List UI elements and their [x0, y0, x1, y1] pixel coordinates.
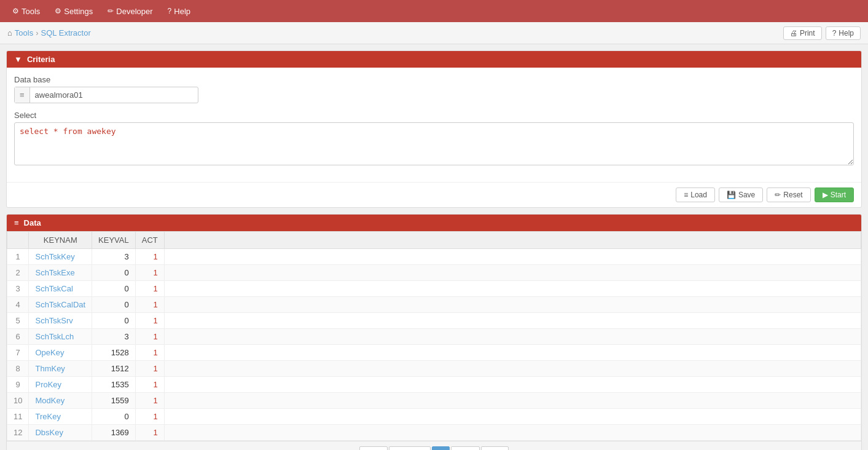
- row-act: 1: [135, 409, 164, 425]
- reset-button[interactable]: ✏ Reset: [767, 188, 810, 202]
- row-keyval: 1559: [92, 393, 136, 409]
- next-page-button[interactable]: Next: [451, 446, 480, 450]
- data-table-container[interactable]: KEYNAM KEYVAL ACT 1 SchTskKey 3 1 2 SchT…: [7, 231, 861, 441]
- print-button[interactable]: 🖨 Print: [783, 26, 822, 40]
- row-keyval: 3: [92, 249, 136, 265]
- nav-developer[interactable]: ✏ Developer: [101, 4, 158, 18]
- database-label: Data base: [14, 75, 854, 84]
- table-row: 10 ModKey 1559 1: [7, 393, 861, 409]
- current-page-button[interactable]: 1: [432, 446, 450, 450]
- data-table: KEYNAM KEYVAL ACT 1 SchTskKey 3 1 2 SchT…: [7, 231, 861, 441]
- table-row: 12 DbsKey 1369 1: [7, 425, 861, 441]
- row-num: 3: [7, 281, 29, 297]
- row-keyval: 0: [92, 297, 136, 313]
- row-empty: [164, 281, 861, 297]
- row-num: 8: [7, 361, 29, 377]
- row-act: 1: [135, 265, 164, 281]
- col-keynam: KEYNAM: [29, 232, 92, 249]
- database-icon: ≡: [15, 87, 30, 103]
- row-empty: [164, 345, 861, 361]
- table-row: 11 TreKey 0 1: [7, 409, 861, 425]
- row-num: 4: [7, 297, 29, 313]
- table-row: 1 SchTskKey 3 1: [7, 249, 861, 265]
- row-empty: [164, 361, 861, 377]
- row-empty: [164, 425, 861, 441]
- load-button[interactable]: ≡ Load: [676, 188, 715, 202]
- breadcrumb-separator: ›: [36, 28, 38, 38]
- table-row: 7 OpeKey 1528 1: [7, 345, 861, 361]
- database-field-group: Data base ≡ awealmora01: [14, 75, 854, 103]
- row-keyval: 1369: [92, 425, 136, 441]
- data-panel: ≡ Data KEYNAM KEYVAL ACT 1 SchTskKey 3: [6, 214, 862, 450]
- tools-icon: ⚙: [12, 7, 19, 15]
- row-keynam: SchTskLch: [29, 329, 92, 345]
- criteria-panel: ▼ Criteria Data base ≡ awealmora01 Selec…: [6, 50, 862, 208]
- row-keyval: 0: [92, 313, 136, 329]
- row-keyval: 0: [92, 281, 136, 297]
- breadcrumb-bar: ⌂ Tools › SQL Extractor 🖨 Print ? Help: [0, 22, 868, 44]
- row-keyval: 0: [92, 265, 136, 281]
- row-num: 7: [7, 345, 29, 361]
- row-keynam: SchTskSrv: [29, 313, 92, 329]
- row-num: 6: [7, 329, 29, 345]
- criteria-panel-body: Data base ≡ awealmora01 Select: [7, 68, 861, 182]
- start-icon: ▶: [823, 191, 828, 199]
- data-list-icon: ≡: [14, 218, 19, 227]
- row-keyval: 1528: [92, 345, 136, 361]
- row-act: 1: [135, 249, 164, 265]
- row-keynam: SchTskKey: [29, 249, 92, 265]
- table-row: 3 SchTskCal 0 1: [7, 281, 861, 297]
- row-keynam: SchTskCalDat: [29, 297, 92, 313]
- col-keyval: KEYVAL: [92, 232, 136, 249]
- row-act: 1: [135, 329, 164, 345]
- row-empty: [164, 409, 861, 425]
- last-page-button[interactable]: Last: [481, 446, 509, 450]
- row-act: 1: [135, 345, 164, 361]
- table-row: 8 ThmKey 1512 1: [7, 361, 861, 377]
- database-input-wrapper: ≡ awealmora01: [14, 87, 198, 103]
- help-button[interactable]: ? Help: [826, 26, 861, 40]
- start-button[interactable]: ▶ Start: [815, 188, 854, 202]
- row-keynam: SchTskCal: [29, 281, 92, 297]
- main-content: ▼ Criteria Data base ≡ awealmora01 Selec…: [0, 44, 868, 450]
- database-value: awealmora01: [30, 87, 88, 103]
- row-act: 1: [135, 297, 164, 313]
- row-keynam: ThmKey: [29, 361, 92, 377]
- row-empty: [164, 393, 861, 409]
- settings-icon: ⚙: [55, 7, 61, 15]
- save-icon: 💾: [727, 191, 736, 199]
- nav-settings[interactable]: ⚙ Settings: [49, 4, 99, 18]
- breadcrumb-tools[interactable]: Tools: [15, 28, 33, 38]
- print-icon: 🖨: [790, 29, 797, 38]
- breadcrumb: ⌂ Tools › SQL Extractor: [7, 28, 91, 38]
- row-keynam: SchTskExe: [29, 265, 92, 281]
- first-page-button[interactable]: First: [359, 446, 387, 450]
- col-act: ACT: [135, 232, 164, 249]
- row-empty: [164, 377, 861, 393]
- row-keynam: TreKey: [29, 409, 92, 425]
- reset-icon: ✏: [775, 191, 781, 199]
- select-label: Select: [14, 111, 854, 120]
- table-row: 9 ProKey 1535 1: [7, 377, 861, 393]
- developer-icon: ✏: [108, 7, 114, 15]
- save-button[interactable]: 💾 Save: [719, 188, 763, 202]
- home-icon: ⌂: [7, 28, 12, 38]
- row-act: 1: [135, 313, 164, 329]
- nav-tools[interactable]: ⚙ Tools: [6, 4, 46, 18]
- row-num: 1: [7, 249, 29, 265]
- nav-help[interactable]: ? Help: [162, 4, 197, 18]
- criteria-filter-icon: ▼: [14, 55, 22, 64]
- pagination-buttons: First Previous 1 Next Last: [359, 446, 508, 450]
- pagination-bar: First Previous 1 Next Last View 1 - 23 o…: [7, 441, 861, 450]
- top-navigation: ⚙ Tools ⚙ Settings ✏ Developer ? Help: [0, 0, 868, 22]
- row-keyval: 3: [92, 329, 136, 345]
- criteria-panel-header: ▼ Criteria: [7, 51, 861, 68]
- sql-textarea[interactable]: [14, 122, 854, 165]
- breadcrumb-actions: 🖨 Print ? Help: [783, 26, 861, 40]
- help-icon: ?: [832, 29, 837, 38]
- previous-page-button[interactable]: Previous: [389, 446, 431, 450]
- data-panel-header: ≡ Data: [7, 215, 861, 231]
- table-row: 5 SchTskSrv 0 1: [7, 313, 861, 329]
- row-empty: [164, 313, 861, 329]
- col-extra: [164, 232, 861, 249]
